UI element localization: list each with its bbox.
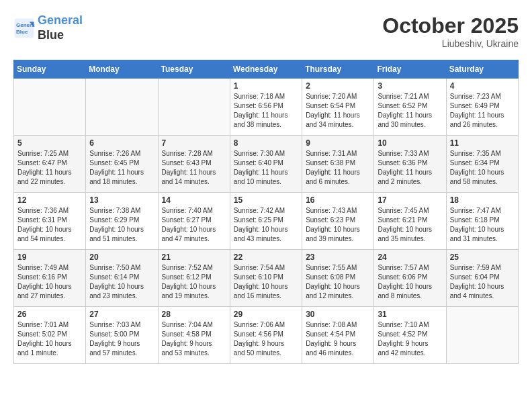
header-row: SundayMondayTuesdayWednesdayThursdayFrid…	[14, 60, 519, 79]
month-title: October 2025	[382, 13, 519, 38]
calendar-table: SundayMondayTuesdayWednesdayThursdayFrid…	[13, 60, 519, 364]
day-number: 18	[450, 195, 515, 205]
logo-text: GeneralBlue	[38, 13, 83, 42]
day-info: Sunrise: 7:50 AM Sunset: 6:14 PM Dayligh…	[89, 263, 154, 301]
day-info: Sunrise: 7:36 AM Sunset: 6:31 PM Dayligh…	[17, 206, 82, 244]
day-cell: 22Sunrise: 7:54 AM Sunset: 6:10 PM Dayli…	[230, 250, 302, 307]
day-number: 11	[450, 138, 515, 148]
day-cell: 24Sunrise: 7:57 AM Sunset: 6:06 PM Dayli…	[374, 250, 446, 307]
day-info: Sunrise: 7:04 AM Sunset: 4:58 PM Dayligh…	[162, 320, 226, 358]
day-number: 14	[162, 195, 226, 205]
day-number: 4	[450, 81, 515, 91]
day-info: Sunrise: 7:06 AM Sunset: 4:56 PM Dayligh…	[234, 320, 298, 358]
week-row-4: 19Sunrise: 7:49 AM Sunset: 6:16 PM Dayli…	[14, 250, 519, 307]
day-cell: 11Sunrise: 7:35 AM Sunset: 6:34 PM Dayli…	[446, 136, 518, 193]
day-info: Sunrise: 7:55 AM Sunset: 6:08 PM Dayligh…	[306, 263, 370, 301]
day-cell: 5Sunrise: 7:25 AM Sunset: 6:47 PM Daylig…	[14, 136, 86, 193]
day-number: 27	[89, 310, 154, 319]
day-info: Sunrise: 7:33 AM Sunset: 6:36 PM Dayligh…	[378, 149, 442, 187]
day-info: Sunrise: 7:35 AM Sunset: 6:34 PM Dayligh…	[450, 149, 515, 187]
column-header-saturday: Saturday	[446, 60, 518, 79]
day-number: 22	[234, 253, 298, 262]
day-info: Sunrise: 7:23 AM Sunset: 6:49 PM Dayligh…	[450, 92, 515, 130]
day-info: Sunrise: 7:45 AM Sunset: 6:21 PM Dayligh…	[378, 206, 442, 244]
day-info: Sunrise: 7:01 AM Sunset: 5:02 PM Dayligh…	[17, 320, 82, 358]
day-number: 16	[306, 195, 370, 205]
title-block: October 2025 Liubeshiv, Ukraine	[382, 13, 519, 49]
day-cell: 28Sunrise: 7:04 AM Sunset: 4:58 PM Dayli…	[158, 307, 230, 364]
day-cell: 29Sunrise: 7:06 AM Sunset: 4:56 PM Dayli…	[230, 307, 302, 364]
day-info: Sunrise: 7:03 AM Sunset: 5:00 PM Dayligh…	[89, 320, 154, 358]
column-header-monday: Monday	[86, 60, 158, 79]
day-cell	[86, 79, 158, 136]
week-row-2: 5Sunrise: 7:25 AM Sunset: 6:47 PM Daylig…	[14, 136, 519, 193]
day-cell: 10Sunrise: 7:33 AM Sunset: 6:36 PM Dayli…	[374, 136, 446, 193]
day-number: 25	[450, 253, 515, 262]
day-cell	[158, 79, 230, 136]
day-cell: 3Sunrise: 7:21 AM Sunset: 6:52 PM Daylig…	[374, 79, 446, 136]
day-number: 5	[17, 138, 82, 148]
day-cell: 30Sunrise: 7:08 AM Sunset: 4:54 PM Dayli…	[302, 307, 374, 364]
day-info: Sunrise: 7:49 AM Sunset: 6:16 PM Dayligh…	[17, 263, 82, 301]
day-info: Sunrise: 7:54 AM Sunset: 6:10 PM Dayligh…	[234, 263, 298, 301]
day-cell: 19Sunrise: 7:49 AM Sunset: 6:16 PM Dayli…	[14, 250, 86, 307]
svg-text:Blue: Blue	[16, 29, 28, 35]
day-info: Sunrise: 7:30 AM Sunset: 6:40 PM Dayligh…	[234, 149, 298, 187]
day-number: 7	[162, 138, 226, 148]
day-cell: 4Sunrise: 7:23 AM Sunset: 6:49 PM Daylig…	[446, 79, 518, 136]
day-info: Sunrise: 7:40 AM Sunset: 6:27 PM Dayligh…	[162, 206, 226, 244]
day-cell: 1Sunrise: 7:18 AM Sunset: 6:56 PM Daylig…	[230, 79, 302, 136]
day-number: 30	[306, 310, 370, 319]
day-info: Sunrise: 7:18 AM Sunset: 6:56 PM Dayligh…	[234, 92, 298, 130]
week-row-3: 12Sunrise: 7:36 AM Sunset: 6:31 PM Dayli…	[14, 193, 519, 250]
day-number: 6	[89, 138, 154, 148]
day-cell: 13Sunrise: 7:38 AM Sunset: 6:29 PM Dayli…	[86, 193, 158, 250]
day-number: 12	[17, 195, 82, 205]
day-info: Sunrise: 7:42 AM Sunset: 6:25 PM Dayligh…	[234, 206, 298, 244]
day-cell: 21Sunrise: 7:52 AM Sunset: 6:12 PM Dayli…	[158, 250, 230, 307]
day-number: 8	[234, 138, 298, 148]
day-number: 26	[17, 310, 82, 319]
day-number: 21	[162, 253, 226, 262]
day-cell: 15Sunrise: 7:42 AM Sunset: 6:25 PM Dayli…	[230, 193, 302, 250]
day-cell: 6Sunrise: 7:26 AM Sunset: 6:45 PM Daylig…	[86, 136, 158, 193]
day-number: 13	[89, 195, 154, 205]
day-number: 1	[234, 81, 298, 91]
day-number: 24	[378, 253, 442, 262]
day-number: 29	[234, 310, 298, 319]
day-cell: 18Sunrise: 7:47 AM Sunset: 6:18 PM Dayli…	[446, 193, 518, 250]
day-cell: 8Sunrise: 7:30 AM Sunset: 6:40 PM Daylig…	[230, 136, 302, 193]
column-header-friday: Friday	[374, 60, 446, 79]
day-number: 23	[306, 253, 370, 262]
day-info: Sunrise: 7:25 AM Sunset: 6:47 PM Dayligh…	[17, 149, 82, 187]
day-number: 15	[234, 195, 298, 205]
day-number: 3	[378, 81, 442, 91]
day-cell: 23Sunrise: 7:55 AM Sunset: 6:08 PM Dayli…	[302, 250, 374, 307]
day-info: Sunrise: 7:10 AM Sunset: 4:52 PM Dayligh…	[378, 320, 442, 358]
day-info: Sunrise: 7:08 AM Sunset: 4:54 PM Dayligh…	[306, 320, 370, 358]
day-number: 31	[378, 310, 442, 319]
day-cell: 31Sunrise: 7:10 AM Sunset: 4:52 PM Dayli…	[374, 307, 446, 364]
column-header-thursday: Thursday	[302, 60, 374, 79]
day-info: Sunrise: 7:43 AM Sunset: 6:23 PM Dayligh…	[306, 206, 370, 244]
logo-icon: General Blue	[13, 17, 35, 39]
column-header-sunday: Sunday	[14, 60, 86, 79]
day-number: 28	[162, 310, 226, 319]
day-cell: 27Sunrise: 7:03 AM Sunset: 5:00 PM Dayli…	[86, 307, 158, 364]
week-row-5: 26Sunrise: 7:01 AM Sunset: 5:02 PM Dayli…	[14, 307, 519, 364]
location-subtitle: Liubeshiv, Ukraine	[382, 38, 519, 49]
day-number: 20	[89, 253, 154, 262]
day-info: Sunrise: 7:26 AM Sunset: 6:45 PM Dayligh…	[89, 149, 154, 187]
day-cell: 26Sunrise: 7:01 AM Sunset: 5:02 PM Dayli…	[14, 307, 86, 364]
day-number: 19	[17, 253, 82, 262]
day-cell: 25Sunrise: 7:59 AM Sunset: 6:04 PM Dayli…	[446, 250, 518, 307]
day-cell: 9Sunrise: 7:31 AM Sunset: 6:38 PM Daylig…	[302, 136, 374, 193]
day-number: 17	[378, 195, 442, 205]
day-number: 2	[306, 81, 370, 91]
page-header: General Blue GeneralBlue October 2025 Li…	[13, 13, 519, 49]
column-header-wednesday: Wednesday	[230, 60, 302, 79]
day-info: Sunrise: 7:57 AM Sunset: 6:06 PM Dayligh…	[378, 263, 442, 301]
day-info: Sunrise: 7:59 AM Sunset: 6:04 PM Dayligh…	[450, 263, 515, 301]
day-number: 10	[378, 138, 442, 148]
day-cell: 20Sunrise: 7:50 AM Sunset: 6:14 PM Dayli…	[86, 250, 158, 307]
